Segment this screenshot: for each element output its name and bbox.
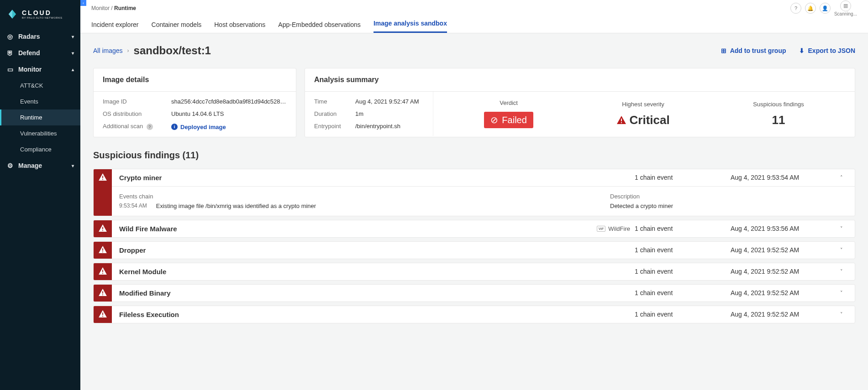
nav-monitor[interactable]: ▭ Monitor ▴ [0, 61, 80, 78]
tab-container-models[interactable]: Container models [152, 21, 202, 33]
nav-defend[interactable]: ⛨ Defend ▾ [0, 45, 80, 61]
help-button[interactable]: ? [790, 3, 801, 14]
svg-rect-6 [102, 227, 103, 229]
svg-rect-15 [102, 316, 103, 317]
notifications-button[interactable]: 🔔 [805, 3, 816, 14]
count-stat: Suspicious findings 11 [753, 101, 804, 127]
finding-toggle[interactable]: Fileless Execution 1 chain event Aug 4, … [112, 306, 855, 323]
events-chain-label: Events chain [119, 193, 592, 200]
verdict-badge: ⊘ Failed [484, 112, 533, 128]
severity-strip [94, 285, 112, 302]
severity-strip [94, 263, 112, 280]
image-details-card: Image details Image ID sha256:4dcc7cfd8e… [93, 68, 296, 137]
add-icon: ⊞ [721, 47, 726, 54]
tab-image-analysis-sandbox[interactable]: Image analysis sandbox [374, 20, 447, 33]
chevron-down-icon: ▾ [72, 51, 74, 56]
finding-row: Wild Fire Malware WFWildFire 1 chain eve… [93, 220, 855, 238]
severity-strip [94, 242, 112, 259]
nav-manage[interactable]: ⚙ Manage ▾ [0, 157, 80, 174]
main: Monitor / Runtime ? 🔔 👤 ▥ Scanning... In… [80, 0, 868, 390]
shield-icon: ⛨ [6, 49, 14, 57]
analysis-summary-header: Analysis summary [305, 68, 855, 92]
finding-time: Aug 4, 2021 9:52:52 AM [731, 268, 836, 275]
finding-toggle[interactable]: Crypto miner 1 chain event Aug 4, 2021 9… [112, 169, 855, 186]
finding-toggle[interactable]: Dropper 1 chain event Aug 4, 2021 9:52:5… [112, 242, 855, 259]
finding-title: Modified Binary [119, 289, 171, 297]
finding-row: Fileless Execution 1 chain event Aug 4, … [93, 306, 855, 323]
svg-rect-11 [102, 273, 103, 274]
sidebar: ‹ CLOUD BY PALO ALTO NETWORKS ◎ Radars ▾… [0, 0, 80, 390]
finding-time: Aug 4, 2021 9:52:52 AM [731, 289, 836, 296]
verdict-stat: Verdict ⊘ Failed [484, 99, 533, 128]
finding-chain: 1 chain event [635, 174, 726, 181]
finding-title: Crypto miner [119, 174, 162, 182]
chevron-up-icon: ▴ [72, 67, 74, 72]
export-icon: ⬇ [799, 47, 805, 54]
nav-compliance[interactable]: Compliance [0, 141, 80, 157]
finding-body: Events chain 9:53:54 AM Existing image f… [112, 186, 855, 216]
chevron-down-icon: ˅ [840, 312, 847, 317]
chevron-down-icon: ˅ [840, 290, 847, 296]
time-label: Time [314, 98, 355, 105]
nav-monitor-label: Monitor [18, 66, 42, 73]
description-text: Detected a crypto miner [610, 203, 847, 209]
additional-scan-label: Additional scan ? [103, 123, 167, 130]
entrypoint-label: Entrypoint [314, 123, 355, 130]
user-button[interactable]: 👤 [820, 3, 831, 14]
svg-rect-4 [102, 176, 103, 178]
breadcrumb-root[interactable]: Monitor [91, 5, 110, 11]
finding-chain: 1 chain event [635, 268, 726, 275]
breadcrumb: Monitor / Runtime [91, 5, 136, 11]
svg-rect-2 [621, 119, 622, 121]
image-details-header: Image details [94, 68, 296, 92]
tab-host-observations[interactable]: Host observations [214, 21, 265, 33]
finding-toggle[interactable]: Modified Binary 1 chain event Aug 4, 202… [112, 285, 855, 302]
finding-time: Aug 4, 2021 9:53:54 AM [731, 174, 836, 181]
description-label: Description [610, 193, 847, 200]
export-json-button[interactable]: ⬇ Export to JSON [799, 47, 855, 54]
finding-toggle[interactable]: Wild Fire Malware WFWildFire 1 chain eve… [112, 220, 855, 237]
tab-incident-explorer[interactable]: Incident explorer [91, 21, 139, 33]
chevron-down-icon: ˅ [840, 226, 847, 232]
finding-chain: 1 chain event [635, 311, 726, 318]
finding-toggle[interactable]: Kernel Module 1 chain event Aug 4, 2021 … [112, 263, 855, 280]
scan-button[interactable]: ▥ [840, 0, 851, 11]
finding-row: Modified Binary 1 chain event Aug 4, 202… [93, 284, 855, 302]
title-row: All images › sandbox/test:1 ⊞ Add to tru… [93, 44, 855, 57]
duration-value: 1m [355, 110, 424, 117]
scanning-text: Scanning... [834, 11, 857, 16]
deployed-image-link[interactable]: i Deployed image [171, 124, 226, 130]
nav-defend-label: Defend [18, 49, 40, 57]
svg-rect-9 [102, 251, 103, 252]
finding-title: Wild Fire Malware [119, 225, 177, 233]
nav-manage-label: Manage [18, 162, 42, 169]
collapse-sidebar-button[interactable]: ‹ [80, 0, 86, 6]
nav-radars[interactable]: ◎ Radars ▾ [0, 28, 80, 45]
nav-runtime[interactable]: Runtime [0, 109, 80, 125]
top-header: Monitor / Runtime ? 🔔 👤 ▥ Scanning... In… [80, 0, 868, 33]
svg-rect-13 [102, 294, 103, 295]
chevron-right-icon: › [127, 47, 129, 54]
severity-stat: Highest severity Critical [617, 101, 670, 127]
svg-rect-14 [102, 312, 103, 315]
nav-events[interactable]: Events [0, 94, 80, 109]
finding-title: Kernel Module [119, 268, 166, 276]
finding-time: Aug 4, 2021 9:53:56 AM [731, 225, 836, 232]
tab-app-embedded[interactable]: App-Embedded observations [278, 21, 361, 33]
finding-row: Dropper 1 chain event Aug 4, 2021 9:52:5… [93, 241, 855, 259]
severity-strip [94, 306, 112, 323]
image-id-label: Image ID [103, 98, 167, 105]
gear-icon: ⚙ [6, 162, 14, 169]
nav-attck[interactable]: ATT&CK [0, 78, 80, 94]
all-images-link[interactable]: All images [93, 47, 123, 54]
page-title: sandbox/test:1 [134, 44, 211, 57]
nav: ◎ Radars ▾ ⛨ Defend ▾ ▭ Monitor ▴ ATT&CK… [0, 26, 80, 174]
help-icon[interactable]: ? [147, 124, 153, 130]
findings-list: Crypto miner 1 chain event Aug 4, 2021 9… [93, 169, 855, 323]
finding-time: Aug 4, 2021 9:52:52 AM [731, 246, 836, 254]
nav-vulnerabilities[interactable]: Vulnerabilities [0, 125, 80, 141]
finding-chain: 1 chain event [635, 225, 726, 232]
finding-row: Crypto miner 1 chain event Aug 4, 2021 9… [93, 169, 855, 216]
image-id-value: sha256:4dcc7cfd8e8adb0a9f81d94dc528d7d..… [171, 98, 287, 105]
add-to-trust-button[interactable]: ⊞ Add to trust group [721, 47, 786, 54]
